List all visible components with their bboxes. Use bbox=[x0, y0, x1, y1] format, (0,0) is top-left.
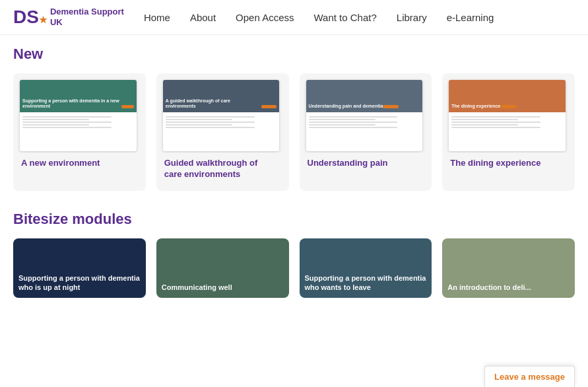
bitesize-image-intro: An introduction to deli... bbox=[442, 238, 575, 298]
mini-header-1: Supporting a person with dementia in a n… bbox=[20, 80, 137, 112]
mini-line bbox=[309, 116, 398, 118]
mini-body-1 bbox=[20, 112, 137, 132]
card-new-env-title[interactable]: A new environment bbox=[13, 153, 146, 169]
mini-line bbox=[309, 124, 376, 125]
mini-header-2: A guided walkthrough of care environment… bbox=[163, 80, 280, 112]
card-new-env-image: Supporting a person with dementia in a n… bbox=[13, 73, 146, 153]
main-nav: Home About Open Access Want to Chat? Lib… bbox=[144, 12, 494, 23]
bitesize-title-intro: An introduction to deli... bbox=[447, 283, 531, 292]
mini-line bbox=[309, 119, 376, 120]
mini-line bbox=[22, 122, 112, 123]
mini-title-2: A guided walkthrough of care environment… bbox=[166, 98, 261, 110]
logo-flag: ★ bbox=[39, 15, 48, 25]
mini-body-2 bbox=[163, 112, 280, 132]
nav-elearning[interactable]: e-Learning bbox=[447, 12, 494, 23]
bitesize-title-leave: Supporting a person with dementia who wa… bbox=[305, 273, 427, 293]
nav-open-access[interactable]: Open Access bbox=[236, 12, 294, 23]
card-pain-image: Understanding pain and dementia bbox=[300, 73, 432, 153]
mini-line bbox=[451, 127, 540, 128]
mini-page-2: A guided walkthrough of care environment… bbox=[163, 80, 280, 151]
mini-body-3 bbox=[306, 112, 423, 132]
mini-page-3: Understanding pain and dementia bbox=[306, 80, 423, 151]
nav-home[interactable]: Home bbox=[144, 12, 170, 23]
bitesize-section-title: Bitesize modules bbox=[13, 211, 575, 228]
card-guided-title[interactable]: Guided walkthrough of care environments bbox=[156, 153, 289, 180]
card-dining-title[interactable]: The dining experience bbox=[442, 153, 575, 169]
mini-header-4: The dining experience bbox=[449, 80, 566, 112]
nav-library[interactable]: Library bbox=[397, 12, 427, 23]
mini-title-3: Understanding pain and dementia bbox=[309, 104, 383, 109]
bitesize-image-communicating: Communicating well bbox=[156, 238, 289, 298]
mini-line bbox=[166, 124, 232, 125]
bitesize-image-leave: Supporting a person with dementia who wa… bbox=[300, 238, 432, 298]
new-section-title: New bbox=[13, 46, 575, 63]
mini-line bbox=[22, 116, 112, 118]
mini-line bbox=[22, 124, 89, 125]
mini-line bbox=[166, 122, 255, 123]
mini-line bbox=[451, 119, 518, 120]
mini-line bbox=[309, 127, 398, 128]
mini-btn-2 bbox=[261, 105, 277, 108]
mini-title-1: Supporting a person with dementia in a n… bbox=[22, 98, 121, 110]
mini-line bbox=[166, 116, 255, 118]
card-dining-experience[interactable]: The dining experience The dining experie… bbox=[442, 73, 575, 191]
bitesize-card-night[interactable]: Supporting a person with dementia who is… bbox=[13, 238, 146, 298]
mini-line bbox=[451, 124, 518, 125]
bitesize-card-communicating[interactable]: Communicating well bbox=[156, 238, 289, 298]
bitesize-image-night: Supporting a person with dementia who is… bbox=[13, 238, 146, 298]
card-guided-walkthrough[interactable]: A guided walkthrough of care environment… bbox=[156, 73, 289, 191]
mini-btn-3 bbox=[383, 105, 399, 108]
mini-btn-1 bbox=[121, 105, 134, 108]
bitesize-card-leave[interactable]: Supporting a person with dementia who wa… bbox=[300, 238, 432, 298]
mini-title-4: The dining experience bbox=[451, 104, 500, 109]
mini-body-4 bbox=[449, 112, 566, 132]
mini-page-1: Supporting a person with dementia in a n… bbox=[20, 80, 137, 151]
bitesize-title-communicating: Communicating well bbox=[162, 283, 232, 292]
nav-want-to-chat[interactable]: Want to Chat? bbox=[313, 12, 376, 23]
card-dining-image: The dining experience bbox=[442, 73, 575, 153]
mini-line bbox=[451, 116, 540, 118]
mini-line bbox=[22, 127, 112, 128]
logo-ds-text: DS★ bbox=[13, 7, 48, 28]
mini-line bbox=[22, 119, 89, 120]
main-content: New Supporting a person with dementia in… bbox=[0, 35, 588, 308]
mini-line bbox=[451, 122, 540, 123]
mini-line bbox=[309, 122, 398, 123]
header: DS★ Dementia SupportUK Home About Open A… bbox=[0, 0, 588, 35]
mini-header-3: Understanding pain and dementia bbox=[306, 80, 423, 112]
nav-about[interactable]: About bbox=[190, 12, 216, 23]
card-new-env[interactable]: Supporting a person with dementia in a n… bbox=[13, 73, 146, 191]
bitesize-card-intro[interactable]: An introduction to deli... bbox=[442, 238, 575, 298]
new-cards-grid: Supporting a person with dementia in a n… bbox=[13, 73, 575, 191]
mini-line bbox=[166, 119, 232, 120]
mini-line bbox=[166, 127, 255, 128]
card-guided-image: A guided walkthrough of care environment… bbox=[156, 73, 289, 153]
card-understanding-pain[interactable]: Understanding pain and dementia Understa… bbox=[300, 73, 432, 191]
bitesize-grid: Supporting a person with dementia who is… bbox=[13, 238, 575, 298]
card-pain-title[interactable]: Understanding pain bbox=[300, 153, 432, 169]
mini-page-4: The dining experience bbox=[449, 80, 566, 151]
logo[interactable]: DS★ Dementia SupportUK bbox=[13, 7, 124, 28]
mini-btn-4 bbox=[500, 105, 516, 108]
bitesize-title-night: Supporting a person with dementia who is… bbox=[18, 273, 141, 293]
logo-brand-text: Dementia SupportUK bbox=[50, 7, 124, 27]
